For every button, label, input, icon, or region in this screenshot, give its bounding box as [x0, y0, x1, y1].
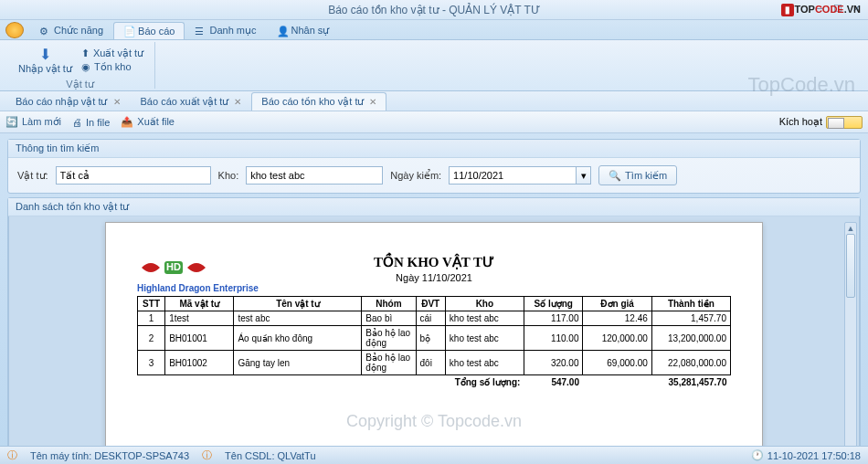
list-header: Danh sách tồn kho vật tư	[8, 198, 860, 216]
ngay-label: Ngày kiểm:	[390, 170, 441, 182]
vattu-label: Vật tư:	[17, 170, 48, 182]
ribbon-group-label: Vật tư	[13, 79, 147, 90]
export-file-icon: 📤	[121, 116, 133, 128]
vertical-scrollbar[interactable]: ▲ ▼	[844, 222, 857, 459]
xuatfile-button[interactable]: 📤Xuất file	[121, 116, 175, 128]
import-icon: ⬇	[39, 46, 51, 63]
report-viewport: HD Highland Dragon Enterprise TỒN KHO VẬ…	[8, 216, 860, 464]
document-tabs: Báo cáo nhập vật tư✕ Báo cáo xuất vật tư…	[0, 91, 868, 111]
date-dropdown-button[interactable]: ▾	[577, 166, 591, 185]
search-panel: Thông tin tìm kiếm Vật tư: Kho: Ngày kiể…	[7, 139, 861, 194]
total-sl: 547.00	[524, 375, 583, 390]
person-icon: 👤	[277, 26, 288, 37]
doctab-nhap[interactable]: Báo cáo nhập vật tư✕	[5, 92, 131, 111]
info-icon: ⓘ	[7, 448, 17, 462]
watermark-large: TopCode.vn	[748, 73, 855, 97]
doctab-ton[interactable]: Báo cáo tồn kho vật tư✕	[251, 92, 386, 111]
col-stt: STT	[138, 297, 165, 311]
search-icon: 🔍	[609, 170, 621, 182]
report-panel: Danh sách tồn kho vật tư HD Highland Dra…	[7, 197, 861, 464]
machine-name: DESKTOP-SPSA743	[94, 450, 189, 461]
company-logo: HD	[137, 254, 210, 281]
db-label: Tên CSDL:	[225, 450, 274, 461]
table-row: 11testtest abcBao bìcáikho test abc117.0…	[138, 311, 731, 326]
xuat-vattu-button[interactable]: ⬆Xuất vật tư	[78, 47, 147, 60]
timkiem-button[interactable]: 🔍Tìm kiếm	[598, 165, 677, 185]
ribbon-tabs: ⚙Chức năng 📄Báo cáo ☰Danh mục 👤Nhân sự	[0, 20, 868, 40]
print-icon: 🖨	[72, 117, 82, 128]
refresh-icon: 🔄	[5, 116, 18, 128]
col-kho: Kho	[445, 297, 524, 311]
gear-icon: ⚙	[39, 26, 50, 37]
window-title: Báo cáo tồn kho vật tư - QUẢN LÝ VẬT TƯ	[328, 4, 540, 16]
total-label: Tổng số lượng:	[138, 375, 524, 390]
scroll-up-icon[interactable]: ▲	[845, 223, 856, 234]
scroll-thumb[interactable]	[846, 234, 855, 298]
col-sl: Số lượng	[524, 297, 583, 311]
total-tt: 35,281,457.70	[651, 375, 730, 390]
infile-button[interactable]: 🖨In file	[72, 117, 110, 128]
toolbar: 🔄Làm mới 🖨In file 📤Xuất file Kích hoạt	[0, 111, 868, 133]
export-icon: ⬆	[81, 47, 90, 59]
statusbar: ⓘ Tên máy tính: DESKTOP-SPSA743 ⓘ Tên CS…	[0, 446, 868, 464]
nhap-vattu-button[interactable]: ⬇ Nhập vật tư	[13, 44, 78, 77]
kichhoat-toggle[interactable]: Kích hoạt	[779, 116, 863, 129]
search-header: Thông tin tìm kiếm	[8, 140, 860, 158]
db-name: QLVatTu	[278, 450, 316, 461]
app-icon[interactable]	[5, 22, 24, 38]
ngay-input[interactable]	[449, 166, 577, 185]
tab-chucnang[interactable]: ⚙Chức năng	[29, 21, 113, 39]
col-ten: Tên vật tư	[234, 297, 362, 311]
report-icon: 📄	[123, 26, 134, 37]
list-icon: ☰	[195, 26, 206, 37]
close-icon[interactable]: ✕	[369, 97, 376, 107]
company-name: Highland Dragon Enterprise	[137, 283, 259, 293]
doctab-xuat[interactable]: Báo cáo xuất vật tư✕	[131, 92, 252, 111]
table-row: 3BH01002Găng tay lenBảo hộ lao độngđôikh…	[138, 351, 731, 375]
table-row: 2BH01001Áo quần kho đôngBảo hộ lao độngb…	[138, 326, 731, 351]
tonkho-button[interactable]: ◉Tồn kho	[78, 60, 147, 74]
svg-text:HD: HD	[166, 261, 181, 272]
lammoi-button[interactable]: 🔄Làm mới	[5, 116, 61, 128]
report-table: STT Mã vật tư Tên vật tư Nhóm ĐVT Kho Số…	[137, 296, 731, 389]
machine-label: Tên máy tính:	[30, 450, 91, 461]
report-page: HD Highland Dragon Enterprise TỒN KHO VẬ…	[105, 222, 763, 459]
ribbon-body: ⬇ Nhập vật tư ⬆Xuất vật tư ◉Tồn kho Vật …	[0, 40, 868, 91]
col-tt: Thành tiền	[651, 297, 730, 311]
kho-label: Kho:	[218, 170, 239, 181]
status-time: 11-10-2021 17:50:18	[767, 450, 861, 461]
titlebar: Báo cáo tồn kho vật tư - QUẢN LÝ VẬT TƯ …	[0, 0, 868, 20]
tab-nhansu[interactable]: 👤Nhân sự	[267, 21, 340, 39]
tab-baocao[interactable]: 📄Báo cáo	[113, 22, 185, 39]
vattu-input[interactable]	[56, 166, 211, 185]
tab-danhmuc[interactable]: ☰Danh mục	[185, 21, 266, 39]
stock-icon: ◉	[81, 61, 90, 73]
watermark-logo: ▮TOPCODE.VN	[781, 2, 861, 16]
close-icon[interactable]: ✕	[113, 97, 121, 107]
info-icon: ⓘ	[202, 448, 212, 462]
toggle-slider[interactable]	[826, 116, 863, 129]
clock-icon: 🕐	[751, 449, 764, 461]
close-icon[interactable]: ✕	[234, 97, 241, 107]
col-dg: Đơn giá	[583, 297, 651, 311]
status-clock: 🕐 11-10-2021 17:50:18	[751, 449, 861, 461]
col-dvt: ĐVT	[416, 297, 445, 311]
col-ma: Mã vật tư	[165, 297, 234, 311]
kho-input[interactable]	[246, 166, 383, 185]
col-nhom: Nhóm	[362, 297, 416, 311]
